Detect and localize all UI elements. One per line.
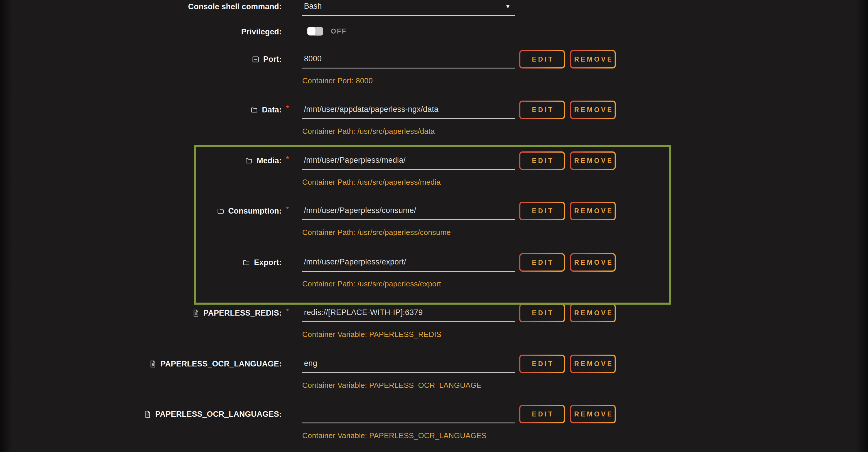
row-consumption: Consumption: * /mnt/user/Paperpless/cons… (0, 202, 868, 220)
edit-button[interactable]: EDIT (519, 304, 565, 322)
folder-icon (217, 207, 224, 215)
paperless-ocr-languages-label: PAPERLESS_OCR_LANGUAGES: (155, 410, 282, 419)
row-media: Media: * /mnt/user/Paperpless/media/ EDI… (0, 151, 868, 170)
folder-icon (250, 106, 258, 114)
row-privileged: Privileged: OFF (0, 24, 868, 40)
export-input[interactable]: /mnt/user/Paperpless/export/ (302, 253, 515, 272)
media-input[interactable]: /mnt/user/Paperpless/media/ (302, 151, 515, 170)
edit-button[interactable]: EDIT (519, 405, 565, 423)
consumption-input[interactable]: /mnt/user/Paperpless/consume/ (302, 202, 515, 220)
data-input[interactable]: /mnt/user/appdata/paperless-ngx/data (302, 100, 515, 119)
remove-button[interactable]: REMOVE (570, 405, 616, 423)
paperless-ocr-language-input[interactable]: eng (302, 355, 515, 373)
consumption-label: Consumption: (228, 207, 282, 216)
media-label: Media: (256, 156, 282, 165)
remove-button[interactable]: REMOVE (570, 202, 616, 220)
file-icon (144, 411, 151, 418)
edit-button[interactable]: EDIT (519, 151, 565, 170)
edit-button[interactable]: EDIT (519, 253, 565, 272)
export-description: Container Path: /usr/src/paperless/expor… (302, 279, 441, 289)
remove-button[interactable]: REMOVE (570, 100, 616, 119)
port-description: Container Port: 8000 (302, 76, 373, 85)
edit-button[interactable]: EDIT (519, 100, 565, 119)
privileged-label: Privileged: (241, 27, 282, 36)
paperless-ocr-language-description: Container Variable: PAPERLESS_OCR_LANGUA… (302, 381, 482, 390)
row-port: Port: 8000 EDIT REMOVE Container Port: 8… (0, 50, 868, 68)
row-paperless-ocr-languages: PAPERLESS_OCR_LANGUAGES: EDIT REMOVE Con… (0, 405, 868, 423)
remove-button[interactable]: REMOVE (570, 151, 616, 170)
console-shell-command-value: Bash (302, 2, 322, 11)
paperless-redis-value: redis://[REPLACE-WITH-IP]:6379 (302, 308, 423, 317)
consumption-description: Container Path: /usr/src/paperless/consu… (302, 228, 451, 237)
media-description: Container Path: /usr/src/paperless/media (302, 178, 441, 187)
port-input[interactable]: 8000 (302, 50, 515, 68)
console-shell-command-select[interactable]: Bash ▼ (302, 0, 515, 16)
row-paperless-ocr-language: PAPERLESS_OCR_LANGUAGE: eng EDIT REMOVE … (0, 355, 868, 373)
port-label: Port: (263, 55, 282, 64)
row-console-shell-command: Console shell command: Bash ▼ (0, 0, 868, 16)
console-shell-command-label: Console shell command: (188, 2, 282, 11)
paperless-ocr-language-value: eng (302, 359, 317, 368)
data-description: Container Path: /usr/src/paperless/data (302, 127, 435, 136)
toggle-track (307, 27, 323, 35)
paperless-ocr-languages-description: Container Variable: PAPERLESS_OCR_LANGUA… (302, 431, 487, 440)
paperless-redis-label: PAPERLESS_REDIS: (204, 309, 282, 318)
docker-template-settings-page: Console shell command: Bash ▼ Privileged… (0, 0, 868, 452)
edit-button[interactable]: EDIT (519, 50, 565, 68)
export-label: Export: (254, 258, 282, 267)
data-label: Data: (262, 106, 282, 115)
paperless-ocr-language-label: PAPERLESS_OCR_LANGUAGE: (160, 360, 282, 368)
port-value: 8000 (302, 54, 321, 63)
row-export: Export: /mnt/user/Paperpless/export/ EDI… (0, 253, 868, 272)
paperless-ocr-languages-input[interactable] (302, 405, 515, 423)
folder-icon (245, 157, 253, 165)
edit-button[interactable]: EDIT (519, 202, 565, 220)
remove-button[interactable]: REMOVE (570, 50, 616, 68)
paperless-redis-description: Container Variable: PAPERLESS_REDIS (302, 330, 441, 339)
folder-icon (242, 259, 250, 267)
privileged-toggle[interactable]: OFF (307, 27, 347, 35)
export-value: /mnt/user/Paperpless/export/ (302, 258, 406, 267)
media-value: /mnt/user/Paperpless/media/ (302, 156, 406, 165)
remove-button[interactable]: REMOVE (570, 355, 616, 373)
privileged-state: OFF (331, 27, 347, 35)
data-value: /mnt/user/appdata/paperless-ngx/data (302, 105, 439, 114)
row-paperless-redis: PAPERLESS_REDIS: * redis://[REPLACE-WITH… (0, 304, 868, 322)
file-icon (192, 309, 200, 317)
edit-button[interactable]: EDIT (519, 355, 565, 373)
remove-button[interactable]: REMOVE (570, 304, 616, 322)
paperless-redis-input[interactable]: redis://[REPLACE-WITH-IP]:6379 (302, 304, 515, 322)
row-data: Data: * /mnt/user/appdata/paperless-ngx/… (0, 100, 868, 119)
remove-button[interactable]: REMOVE (570, 253, 616, 272)
chevron-down-icon: ▼ (505, 3, 515, 10)
file-icon (149, 360, 157, 368)
toggle-knob (307, 27, 315, 35)
port-icon (252, 56, 259, 63)
consumption-value: /mnt/user/Paperpless/consume/ (302, 206, 416, 215)
